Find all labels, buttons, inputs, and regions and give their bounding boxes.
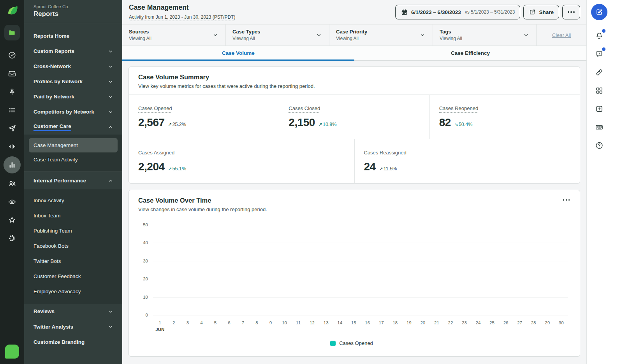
compose-button[interactable] <box>591 4 607 20</box>
sidebar-item-employee-advocacy[interactable]: Employee Advocacy <box>29 284 118 299</box>
list-nav-button[interactable] <box>4 101 21 119</box>
x-axis-day: 7 <box>242 320 244 325</box>
filter-tags[interactable]: TagsViewing All <box>433 24 537 46</box>
sidebar-item-twitter-analysis[interactable]: Twitter Analysis <box>24 319 122 335</box>
folder-icon <box>8 29 16 37</box>
metric-value: 2,567 <box>138 116 165 129</box>
gauge-nav-button[interactable] <box>4 46 21 64</box>
inbox-nav-button[interactable] <box>4 64 21 82</box>
x-axis-day: 6 <box>228 320 230 325</box>
page-title-block: Case Management Activity from Jun 1, 202… <box>129 4 235 21</box>
sidebar-item-custom-reports[interactable]: Custom Reports <box>24 44 122 59</box>
sidebar-item-reports-home[interactable]: Reports Home <box>24 28 122 44</box>
filter-case-priority[interactable]: Case PriorityViewing All <box>329 24 433 46</box>
tab-case-volume[interactable]: Case Volume <box>122 46 354 60</box>
sidebar-item-inbox-team[interactable]: Inbox Team <box>29 208 118 223</box>
robot-nav-button[interactable] <box>4 192 21 211</box>
sidebar-item-paid-by-network[interactable]: Paid by Network <box>24 89 122 104</box>
share-button[interactable]: Share <box>523 5 559 19</box>
metric-value: 2,150 <box>289 116 315 129</box>
sidebar-item-facebook-bots[interactable]: Facebook Bots <box>29 238 118 254</box>
sidebar-item-cross-network[interactable]: Cross-Network <box>24 59 122 74</box>
bar-chart: 01020304050 1JUN234567891011121314151617… <box>129 218 580 356</box>
sidebar-item-publishing-team[interactable]: Publishing Team <box>29 223 118 238</box>
x-axis-day: 8 <box>255 320 258 325</box>
metric-label[interactable]: Cases Opened <box>138 105 172 113</box>
sidebar-item-label: Paid by Network <box>33 94 74 100</box>
link-button[interactable] <box>591 63 607 81</box>
sidebar-item-inbox-activity[interactable]: Inbox Activity <box>29 193 118 208</box>
apps-grid-button[interactable] <box>591 81 607 100</box>
sidebar-item-customize-branding[interactable]: Customize Branding <box>24 334 122 350</box>
sidebar-subitem-label: Facebook Bots <box>33 243 69 249</box>
tab-case-efficiency[interactable]: Case Efficiency <box>354 46 586 60</box>
reporting-period-text[interactable]: Activity from Jun 1, 2023 - Jun 30, 2023… <box>129 14 235 21</box>
y-axis-tick-label: 20 <box>143 276 148 281</box>
sidebar-item-case-team-activity[interactable]: Case Team Activity <box>29 152 118 167</box>
sidebar-item-label: Customer Care <box>33 123 71 131</box>
chart-bars <box>153 225 568 315</box>
folder-nav-button[interactable] <box>4 25 20 40</box>
chevron-down-icon <box>108 110 113 114</box>
sidebar-subitem-label: Publishing Team <box>33 228 72 234</box>
filter-sources[interactable]: SourcesViewing All <box>122 24 226 46</box>
sidebar-subitem-label: Case Team Activity <box>33 157 78 163</box>
x-axis-tick-label: 19 <box>402 320 416 332</box>
chart-card-header: Case Volume Over Time View changes in ca… <box>129 190 580 218</box>
x-axis-day: 23 <box>462 320 467 325</box>
star-nav-button[interactable] <box>4 211 21 229</box>
people-nav-button[interactable] <box>4 174 21 192</box>
sidebar-item-customer-care[interactable]: Customer Care <box>24 119 122 135</box>
sidebar-item-twitter-bots[interactable]: Twitter Bots <box>29 254 118 269</box>
paper-plane-nav-button[interactable] <box>4 119 21 137</box>
sidebar-item-customer-feedback[interactable]: Customer Feedback <box>29 269 118 284</box>
x-axis-tick-label: 10 <box>278 320 292 332</box>
sidebar-item-internal-performance[interactable]: Internal Performance <box>24 172 122 189</box>
waveform-nav-button[interactable] <box>4 137 21 156</box>
x-axis-day: 30 <box>559 320 564 325</box>
keyboard-shortcuts-icon <box>595 123 604 131</box>
trend-up-arrow-icon: ↗ <box>168 166 172 172</box>
chevron-down-icon <box>108 64 113 69</box>
x-axis-tick-label: 5 <box>208 320 222 332</box>
automation-chat-button[interactable] <box>591 45 607 63</box>
metric-value-row: 2,150↗10.8% <box>289 116 420 129</box>
metric-value: 24 <box>364 161 376 173</box>
filter-case-types[interactable]: Case TypesViewing All <box>226 24 329 46</box>
help-button[interactable] <box>591 136 607 154</box>
sidebar-item-profiles-by-network[interactable]: Profiles by Network <box>24 74 122 89</box>
x-axis-tick-label: 15 <box>347 320 361 332</box>
compose-icon <box>595 8 604 16</box>
sidebar-item-competitors-by-network[interactable]: Competitors by Network <box>24 104 122 119</box>
sidebar-item-reviews[interactable]: Reviews <box>24 304 122 319</box>
chart-legend: Cases Opened <box>135 332 568 356</box>
cluster-nav-button[interactable] <box>4 229 21 247</box>
filter-label: Case Types <box>232 29 260 35</box>
pin-nav-button[interactable] <box>4 82 21 101</box>
more-options-button[interactable] <box>562 5 580 19</box>
clear-all-link[interactable]: Clear All <box>552 32 571 38</box>
x-axis-tick-label: 25 <box>485 320 499 332</box>
metric-label[interactable]: Cases Reassigned <box>364 150 407 157</box>
metric-label[interactable]: Cases Reopened <box>439 105 478 113</box>
metric-label[interactable]: Cases Assigned <box>138 150 174 157</box>
paper-plane-icon <box>8 124 16 133</box>
sidebar-subitem-label: Inbox Team <box>33 213 61 219</box>
page-title: Case Management <box>129 4 235 12</box>
metric-label[interactable]: Cases Closed <box>289 105 320 113</box>
company-name: Sprout Coffee Co. <box>33 4 113 9</box>
metric-cases-opened: Cases Opened2,567↗25.2% <box>129 95 279 139</box>
metric-delta-value: 50.4% <box>459 122 472 127</box>
chart-more-options-button[interactable] <box>562 197 571 203</box>
chevron-down-icon <box>108 79 113 84</box>
x-axis-tick-label: 23 <box>458 320 472 332</box>
x-axis-tick-label: 1JUN <box>153 320 167 332</box>
waveform-icon <box>8 142 16 151</box>
add-new-button[interactable] <box>591 100 607 118</box>
tab-label: Case Efficiency <box>451 50 490 56</box>
notifications-bell-button[interactable] <box>591 26 607 45</box>
bar-chart-nav-button[interactable] <box>4 156 21 173</box>
keyboard-shortcuts-button[interactable] <box>591 118 607 136</box>
sidebar-item-case-management[interactable]: Case Management <box>29 138 118 152</box>
date-range-button[interactable]: 6/1/2023 – 6/30/2023 vs 5/1/2023 – 5/31/… <box>395 5 520 19</box>
